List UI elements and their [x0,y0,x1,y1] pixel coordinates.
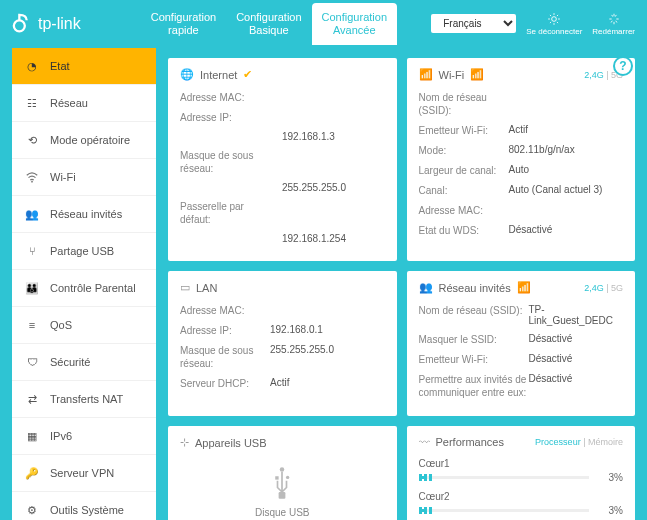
network-icon: ☷ [24,95,40,111]
usb-icon: ⊹ [180,436,189,449]
content: ? 🌐Internet✔ Adresse MAC: Adresse IP: 19… [156,48,647,520]
band-24g[interactable]: 2,4G [584,70,604,80]
perf-core: Cœur1 3% [419,458,624,483]
perf-core: Cœur2 3% [419,491,624,516]
main: ◔Etat ☷Réseau ⟲Mode opératoire Wi-Fi 👥Ré… [0,48,647,520]
status-icon: ◔ [24,58,40,74]
card-guest: 👥Réseau invités📶2,4G | 5G Nom de réseau … [407,271,636,416]
wifi-card-icon: 📶 [419,68,433,81]
globe-icon: 🌐 [180,68,194,81]
perf-tab-mem[interactable]: Mémoire [588,437,623,447]
tab-advanced[interactable]: ConfigurationAvancée [312,3,397,45]
svg-rect-6 [279,492,286,499]
nat-icon: ⇄ [24,391,40,407]
svg-rect-4 [276,476,279,479]
svg-point-3 [280,467,285,472]
svg-point-2 [31,181,33,183]
sidebar-item-nat[interactable]: ⇄Transferts NAT [12,381,156,418]
svg-point-1 [552,16,557,21]
sidebar-item-guest[interactable]: 👥Réseau invités [12,196,156,233]
wifi-signal-icon: 📶 [470,68,484,81]
sidebar-item-system[interactable]: ⚙Outils Système [12,492,156,520]
logout-icon [547,12,561,26]
card-usb: ⊹Appareils USB Disque USB Capacité : 0 B [168,426,397,520]
reboot-icon [607,12,621,26]
parental-icon: 👪 [24,280,40,296]
card-lan: ▭LAN Adresse MAC: Adresse IP:192.168.0.1… [168,271,397,416]
brand-text: tp-link [38,15,81,33]
lan-icon: ▭ [180,281,190,294]
sidebar: ◔Etat ☷Réseau ⟲Mode opératoire Wi-Fi 👥Ré… [12,48,156,520]
sidebar-item-vpn[interactable]: 🔑Serveur VPN [12,455,156,492]
logout-button[interactable]: Se déconnecter [526,12,582,37]
gear-icon: ⚙ [24,502,40,518]
sidebar-item-ipv6[interactable]: ▦IPv6 [12,418,156,455]
guest-band-24g[interactable]: 2,4G [584,283,604,293]
card-title: Appareils USB [195,437,267,449]
svg-point-5 [286,476,289,479]
usb-share-icon: ⑂ [24,243,40,259]
card-title: Wi-Fi [439,69,465,81]
sidebar-item-usb[interactable]: ⑂Partage USB [12,233,156,270]
sidebar-item-security[interactable]: 🛡Sécurité [12,344,156,381]
sidebar-item-qos[interactable]: ≡QoS [12,307,156,344]
svg-point-0 [14,20,25,31]
card-internet: 🌐Internet✔ Adresse MAC: Adresse IP: 192.… [168,58,397,261]
card-title: Performances [436,436,504,448]
opmode-icon: ⟲ [24,132,40,148]
card-title: LAN [196,282,217,294]
usb-graphic: Disque USB [180,459,385,520]
perf-icon: 〰 [419,436,430,448]
help-button[interactable]: ? [613,56,633,76]
tab-basic[interactable]: ConfigurationBasique [226,3,311,45]
perf-tab-cpu[interactable]: Processeur [535,437,581,447]
status-check-icon: ✔ [243,68,252,81]
wifi-icon [24,169,40,185]
tab-quick-setup[interactable]: Configurationrapide [141,3,226,45]
guest-icon: 👥 [24,206,40,222]
qos-icon: ≡ [24,317,40,333]
sidebar-item-wifi[interactable]: Wi-Fi [12,159,156,196]
usb-plug-icon [268,465,296,501]
perf-track [419,476,590,479]
sidebar-item-status[interactable]: ◔Etat [12,48,156,85]
shield-icon: 🛡 [24,354,40,370]
header: tp-link Configurationrapide Configuratio… [0,0,647,48]
vpn-icon: 🔑 [24,465,40,481]
top-tabs: Configurationrapide ConfigurationBasique… [141,3,397,45]
card-title: Réseau invités [439,282,511,294]
brand-logo: tp-link [12,13,81,35]
guest-card-icon: 👥 [419,281,433,294]
sidebar-item-opmode[interactable]: ⟲Mode opératoire [12,122,156,159]
wifi-off-icon: 📶 [517,281,531,294]
tplink-logo-icon [12,13,34,35]
guest-band-5g[interactable]: 5G [611,283,623,293]
card-title: Internet [200,69,237,81]
reboot-button[interactable]: Redémarrer [592,12,635,37]
ipv6-icon: ▦ [24,428,40,444]
card-wifi: 📶Wi-Fi📶2,4G | 5G Nom de réseau (SSID): E… [407,58,636,261]
card-performance: 〰PerformancesProcesseur | Mémoire Cœur1 … [407,426,636,520]
perf-track [419,509,590,512]
sidebar-item-network[interactable]: ☷Réseau [12,85,156,122]
sidebar-item-parental[interactable]: 👪Contrôle Parental [12,270,156,307]
language-select[interactable]: Français [431,14,516,33]
header-right: Français Se déconnecter Redémarrer [431,12,635,37]
